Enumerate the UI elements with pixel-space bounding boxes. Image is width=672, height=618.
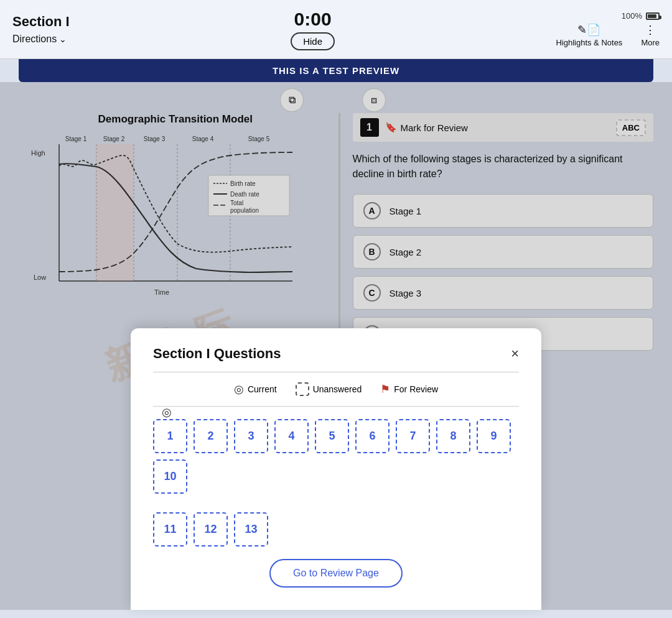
timer-display: 0:00: [294, 9, 332, 30]
hide-button[interactable]: Hide: [291, 32, 335, 50]
review-label: For Review: [394, 384, 438, 394]
question-cell-3[interactable]: 3: [234, 419, 268, 453]
question-cell-12[interactable]: 12: [194, 512, 228, 547]
current-label: Current: [248, 384, 277, 394]
highlights-icon: ✎📄: [577, 23, 600, 37]
modal-title-row: Section I Questions ×: [153, 346, 519, 362]
modal-divider-2: [153, 406, 519, 407]
battery-icon: [646, 12, 660, 20]
go-to-review-button[interactable]: Go to Review Page: [269, 559, 403, 588]
question-cell-5[interactable]: 5: [315, 419, 349, 453]
unanswered-label: Unanswered: [313, 384, 362, 394]
legend-unanswered: Unanswered: [296, 382, 362, 396]
header-left: Section I Directions ⌄: [12, 14, 70, 45]
battery-row: 100%: [622, 11, 660, 21]
section-title: Section I: [12, 14, 70, 30]
more-icon: ⋮: [645, 23, 656, 37]
header-tools: ✎📄 Highlights & Notes ⋮ More: [556, 23, 660, 47]
question-cell-9[interactable]: 9: [477, 419, 511, 453]
question-cell-11[interactable]: 11: [153, 512, 187, 547]
question-cell-2[interactable]: 2: [194, 419, 228, 453]
question-cell-1[interactable]: 1: [153, 419, 187, 453]
modal-close-button[interactable]: ×: [511, 346, 519, 362]
directions-label: Directions: [12, 34, 57, 45]
question-cell-7[interactable]: 7: [396, 419, 430, 453]
question-cell-4[interactable]: 4: [274, 419, 309, 453]
review-icon: ⚑: [380, 382, 390, 396]
unanswered-icon: [296, 382, 309, 396]
modal-overlay: Section I Questions × ◎ Current Unanswer…: [0, 82, 672, 610]
current-icon: ◎: [234, 382, 244, 396]
question-grid-row1: 1 2 3 4 5 6 7 8 9 10: [153, 419, 519, 494]
directions-button[interactable]: Directions ⌄: [12, 34, 70, 45]
legend-current: ◎ Current: [234, 382, 277, 396]
chevron-down-icon: ⌄: [59, 34, 67, 44]
question-grid-row2: 11 12 13: [153, 512, 519, 547]
legend-review: ⚑ For Review: [380, 382, 438, 396]
current-position-marker: ◎: [162, 405, 172, 419]
highlights-notes-button[interactable]: ✎📄 Highlights & Notes: [556, 23, 622, 47]
header: Section I Directions ⌄ 0:00 Hide 100% ✎📄…: [0, 0, 672, 59]
battery-percentage: 100%: [622, 11, 642, 21]
banner-text: THIS IS A TEST PREVIEW: [19, 59, 653, 82]
modal-legend: ◎ Current Unanswered ⚑ For Review: [153, 382, 519, 396]
more-button[interactable]: ⋮ More: [641, 23, 660, 47]
question-cell-6[interactable]: 6: [355, 419, 390, 453]
question-cell-8[interactable]: 8: [436, 419, 470, 453]
header-center: 0:00 Hide: [291, 9, 335, 50]
question-cell-13[interactable]: 13: [234, 512, 268, 547]
modal-divider-1: [153, 372, 519, 372]
question-cell-10[interactable]: 10: [153, 459, 187, 494]
modal-title: Section I Questions: [153, 346, 281, 362]
main-content: ⧉ ⧈ 新 途 际 Demographic Transition Model H…: [0, 82, 672, 610]
more-label: More: [641, 38, 660, 47]
highlights-notes-label: Highlights & Notes: [556, 38, 622, 47]
header-right: 100% ✎📄 Highlights & Notes ⋮ More: [556, 11, 660, 47]
section-questions-modal: Section I Questions × ◎ Current Unanswer…: [131, 328, 541, 610]
test-preview-banner: THIS IS A TEST PREVIEW: [0, 59, 672, 82]
